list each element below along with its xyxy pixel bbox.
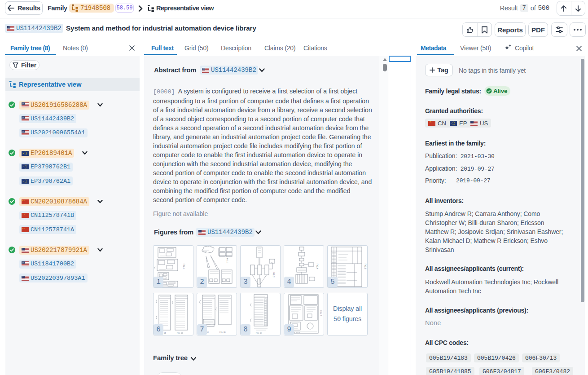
svg-text:FIG. 3: FIG. 3	[272, 272, 275, 278]
svg-text:FIG. 6D: FIG. 6D	[219, 331, 226, 333]
svg-text:FIG. 4: FIG. 4	[316, 264, 318, 269]
svg-text:FIG. 7: FIG. 7	[320, 310, 322, 316]
svg-text:FIG. 5: FIG. 5	[364, 264, 366, 269]
svg-text:FIG. 6B: FIG. 6B	[177, 332, 183, 334]
svg-text:FIG. 6E: FIG. 6E	[256, 332, 262, 334]
svg-text:FIG. 2: FIG. 2	[226, 258, 228, 264]
svg-text:FIG. 1: FIG. 1	[183, 264, 185, 269]
